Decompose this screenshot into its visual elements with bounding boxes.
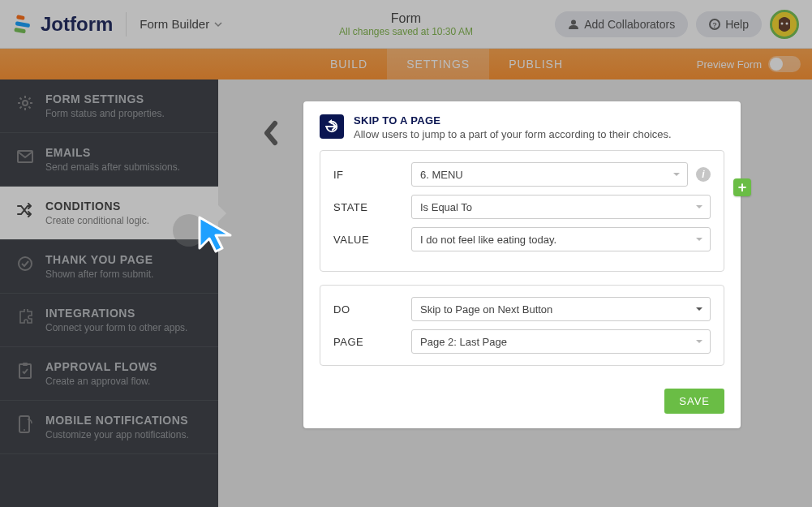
caret-down-icon — [695, 337, 703, 346]
help-button[interactable]: ? Help — [696, 11, 762, 37]
sidebar-item-form-settings[interactable]: FORM SETTINGSForm status and properties. — [0, 79, 218, 133]
sidebar-item-integrations[interactable]: INTEGRATIONSConnect your form to other a… — [0, 294, 218, 347]
card-description: Allow users to jump to a part of your fo… — [354, 128, 672, 140]
svg-point-9 — [23, 101, 28, 105]
sidebar-item-label: MOBILE NOTIFICATIONS — [45, 414, 189, 427]
caret-down-icon — [695, 235, 703, 243]
person-icon — [568, 19, 579, 30]
do-action-select[interactable]: Skip to Page on Next Button — [411, 297, 711, 321]
gear-icon — [16, 94, 34, 112]
puzzle-icon — [16, 308, 34, 326]
sidebar-item-label: EMAILS — [45, 146, 180, 159]
card-title: SKIP TO A PAGE — [354, 114, 672, 127]
preview-label: Preview Form — [697, 58, 762, 71]
caret-down-icon — [695, 305, 703, 313]
svg-text:?: ? — [712, 21, 717, 29]
sidebar-item-label: CONDITIONS — [45, 200, 149, 213]
header-divider — [126, 12, 127, 37]
nav-tabs: BUILD SETTINGS PUBLISH — [311, 49, 582, 79]
save-button[interactable]: SAVE — [664, 389, 724, 414]
logo-text: Jotform — [41, 13, 113, 36]
help-icon: ? — [709, 19, 720, 30]
condition-card: SKIP TO A PAGE Allow users to jump to a … — [303, 101, 741, 428]
mobile-icon — [16, 415, 34, 433]
form-title[interactable]: Form — [339, 11, 473, 26]
svg-point-7 — [781, 22, 784, 24]
svg-point-3 — [571, 19, 576, 24]
caret-down-icon — [672, 170, 681, 178]
preview-toggle[interactable] — [768, 56, 801, 72]
sidebar-item-thank-you[interactable]: THANK YOU PAGEShown after form submit. — [0, 240, 218, 294]
info-icon[interactable]: i — [696, 167, 711, 182]
svg-point-8 — [786, 22, 788, 24]
builder-label-text: Form Builder — [140, 17, 209, 31]
sidebar-item-label: FORM SETTINGS — [45, 92, 165, 105]
caret-down-icon — [695, 203, 703, 211]
sidebar-item-emails[interactable]: EMAILSSend emails after submissions. — [0, 133, 218, 187]
page-label: PAGE — [333, 336, 411, 348]
do-rule-group: DO Skip to Page on Next Button PAGE Page… — [320, 285, 724, 366]
logo-icon — [13, 13, 36, 36]
state-label: STATE — [333, 201, 411, 213]
tab-settings[interactable]: SETTINGS — [387, 49, 489, 79]
header-center: Form All changes saved at 10:30 AM — [339, 11, 473, 37]
chevron-down-icon — [214, 20, 222, 28]
sidebar-item-label: THANK YOU PAGE — [45, 253, 153, 266]
sidebar-item-mobile-notifications[interactable]: MOBILE NOTIFICATIONSCustomize your app n… — [0, 401, 218, 454]
skip-page-icon — [320, 114, 344, 139]
value-label: VALUE — [333, 234, 411, 246]
sidebar-item-label: INTEGRATIONS — [45, 307, 187, 320]
orange-nav: BUILD SETTINGS PUBLISH Preview Form — [0, 49, 812, 79]
svg-line-16 — [20, 106, 22, 108]
shuffle-icon — [16, 201, 34, 219]
sidebar-item-label: APPROVAL FLOWS — [45, 360, 157, 373]
value-select[interactable]: I do not feel like eating today. — [411, 227, 711, 251]
sidebar-item-approval-flows[interactable]: APPROVAL FLOWSCreate an approval flow. — [0, 347, 218, 401]
if-rule-group: IF 6. MENU i STATE Is Equal To VALUE — [320, 150, 724, 272]
state-select[interactable]: Is Equal To — [411, 195, 711, 219]
builder-dropdown[interactable]: Form Builder — [140, 17, 222, 31]
svg-line-17 — [28, 98, 30, 100]
tab-publish[interactable]: PUBLISH — [489, 49, 582, 79]
add-rule-button[interactable]: + — [733, 178, 751, 196]
mail-icon — [16, 148, 34, 165]
preview-form[interactable]: Preview Form — [697, 56, 801, 72]
svg-rect-21 — [23, 363, 28, 366]
svg-rect-0 — [16, 15, 25, 20]
main: FORM SETTINGSForm status and properties.… — [0, 79, 812, 507]
if-label: IF — [333, 169, 411, 181]
logo[interactable]: Jotform — [13, 13, 113, 36]
avatar[interactable] — [770, 10, 799, 39]
header-right: Add Collaborators ? Help — [555, 10, 799, 39]
svg-point-19 — [19, 257, 32, 270]
back-button[interactable] — [263, 120, 279, 149]
sidebar: FORM SETTINGSForm status and properties.… — [0, 79, 218, 507]
if-field-select[interactable]: 6. MENU — [411, 162, 688, 187]
svg-rect-2 — [14, 27, 26, 32]
save-status: All changes saved at 10:30 AM — [339, 26, 473, 37]
page-select[interactable]: Page 2: Last Page — [411, 329, 711, 354]
svg-line-14 — [20, 98, 22, 100]
content-area: SKIP TO A PAGE Allow users to jump to a … — [218, 79, 812, 507]
clipboard-check-icon — [16, 362, 34, 380]
svg-point-23 — [24, 429, 25, 431]
tab-build[interactable]: BUILD — [311, 49, 387, 79]
top-header: Jotform Form Builder Form All changes sa… — [0, 0, 812, 49]
do-label: DO — [333, 303, 411, 316]
svg-line-15 — [28, 106, 30, 108]
tutorial-cursor — [193, 211, 242, 263]
add-collaborators-button[interactable]: Add Collaborators — [555, 11, 688, 37]
svg-rect-1 — [15, 21, 31, 28]
check-circle-icon — [16, 255, 34, 273]
